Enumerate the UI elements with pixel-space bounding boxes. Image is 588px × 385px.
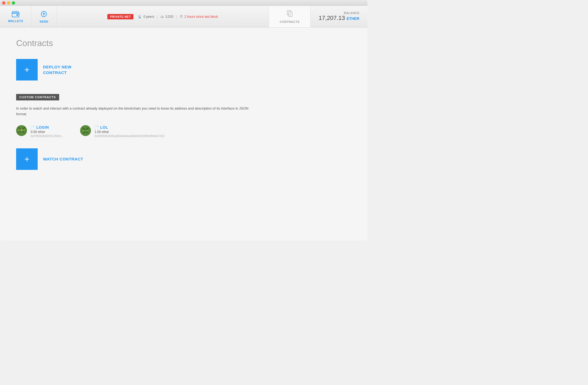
main-content: Contracts + DEPLOY NEWCONTRACT CUSTOM CO… [0, 27, 367, 241]
avatar-lol [80, 125, 91, 136]
balance-display: 17,207.13 ETHER [319, 15, 359, 22]
divider: | [157, 15, 158, 19]
peers-count: 0 peers [143, 15, 154, 19]
watch-plus-icon: + [24, 155, 30, 163]
contract-balance-login: 0.00 ether [31, 130, 64, 134]
contract-address-lol: 0x2059d5264Ea6554bb4ea669A032Df08cB0A472… [95, 134, 164, 138]
contract-name-lol: LOL [100, 125, 108, 130]
layers-icon: 🗂 [161, 15, 164, 19]
minimize-button[interactable] [7, 1, 10, 5]
contracts-list: 📄 LOGIN 0.00 ether 0xf7B06365E9012592c..… [16, 125, 351, 138]
contract-name-login: LOGIN [36, 125, 49, 130]
wallets-label: WALLETS [8, 19, 23, 23]
nav-left: WALLETS SEND [0, 6, 57, 27]
ether-unit: ETHER [347, 16, 359, 21]
contracts-nav-label: CONTRACTS [280, 20, 300, 23]
svg-rect-9 [18, 127, 19, 128]
svg-rect-29 [85, 130, 86, 131]
svg-rect-12 [23, 128, 24, 130]
file-icon-login: 📄 [30, 125, 35, 130]
svg-rect-17 [23, 132, 25, 133]
nav-center: PRIVATE-NET 📡 0 peers | 🗂 3,520 | ⏱ 2 ho… [57, 14, 269, 19]
svg-rect-15 [23, 131, 24, 132]
nav-balance: BALANCE 17,207.13 ETHER [310, 6, 367, 27]
svg-rect-26 [86, 131, 87, 132]
svg-rect-11 [19, 128, 20, 130]
contract-address-login: 0xf7B06365E9012592c... [31, 134, 64, 138]
avatar-login [16, 125, 27, 136]
block-time: 2 hours since last block [185, 15, 218, 19]
titlebar [0, 0, 367, 6]
contracts-icon [286, 10, 293, 19]
watch-contract-label: WATCH CONTRACT [43, 156, 83, 162]
custom-contracts-section: CUSTOM CONTRACTS In order to watch and i… [16, 94, 351, 170]
contract-item-lol[interactable]: 📄 LOL 1.00 ether 0x2059d5264Ea6554bb4ea6… [80, 125, 164, 138]
watch-plus-button[interactable]: + [16, 148, 38, 170]
deploy-plus-icon: + [24, 65, 30, 74]
balance-label: BALANCE [344, 11, 359, 15]
divider2: | [176, 15, 177, 19]
send-label: SEND [40, 20, 48, 23]
svg-rect-23 [86, 129, 87, 130]
balance-amount: 17,207.13 [319, 15, 345, 21]
contract-info-lol: 📄 LOL 1.00 ether 0x2059d5264Ea6554bb4ea6… [94, 125, 164, 138]
nav-contracts-tab[interactable]: CONTRACTS [269, 6, 310, 27]
clock-icon: ⏱ [180, 15, 183, 19]
svg-rect-16 [18, 132, 20, 133]
blocks-count: 3,520 [165, 15, 173, 19]
svg-rect-14 [19, 131, 20, 132]
maximize-button[interactable] [12, 1, 15, 5]
nav-right: CONTRACTS BALANCE 17,207.13 ETHER [269, 6, 367, 27]
broadcast-icon: 📡 [138, 15, 142, 19]
custom-contracts-header: CUSTOM CONTRACTS [16, 94, 59, 100]
close-button[interactable] [2, 1, 5, 5]
svg-rect-1 [16, 14, 18, 16]
svg-rect-10 [24, 127, 25, 128]
nav-send[interactable]: SEND [31, 6, 57, 27]
svg-rect-25 [84, 131, 85, 132]
contract-balance-lol: 1.00 ether [95, 130, 164, 134]
nav-wallets[interactable]: WALLETS [0, 6, 31, 27]
watch-contract-card[interactable]: + WATCH CONTRACT [16, 148, 351, 170]
svg-rect-28 [86, 132, 88, 133]
file-icon-lol: 📄 [94, 125, 99, 130]
page-title: Contracts [16, 38, 351, 48]
deploy-contract-label: DEPLOY NEWCONTRACT [43, 64, 72, 75]
svg-rect-20 [83, 128, 84, 129]
contract-item-login[interactable]: 📄 LOGIN 0.00 ether 0xf7B06365E9012592c..… [16, 125, 64, 138]
contract-name-row-login: 📄 LOGIN [30, 125, 64, 130]
network-badge: PRIVATE-NET [107, 14, 133, 19]
contract-name-row-lol: 📄 LOL [94, 125, 164, 130]
svg-rect-21 [87, 128, 88, 129]
deploy-contract-card[interactable]: + DEPLOY NEWCONTRACT [16, 59, 351, 80]
svg-rect-27 [83, 132, 85, 133]
contract-info-login: 📄 LOGIN 0.00 ether 0xf7B06365E9012592c..… [30, 125, 64, 138]
send-icon [41, 10, 47, 19]
deploy-plus-button[interactable]: + [16, 59, 38, 80]
status-bar: 📡 0 peers | 🗂 3,520 | ⏱ 2 hours since la… [138, 15, 218, 19]
custom-contracts-description: In order to watch and interact with a co… [16, 106, 258, 117]
navbar: WALLETS SEND PRIVATE-NET 📡 0 peers | 🗂 3… [0, 6, 367, 27]
svg-rect-18 [20, 130, 23, 131]
wallet-icon [12, 11, 19, 18]
svg-rect-22 [84, 129, 85, 130]
